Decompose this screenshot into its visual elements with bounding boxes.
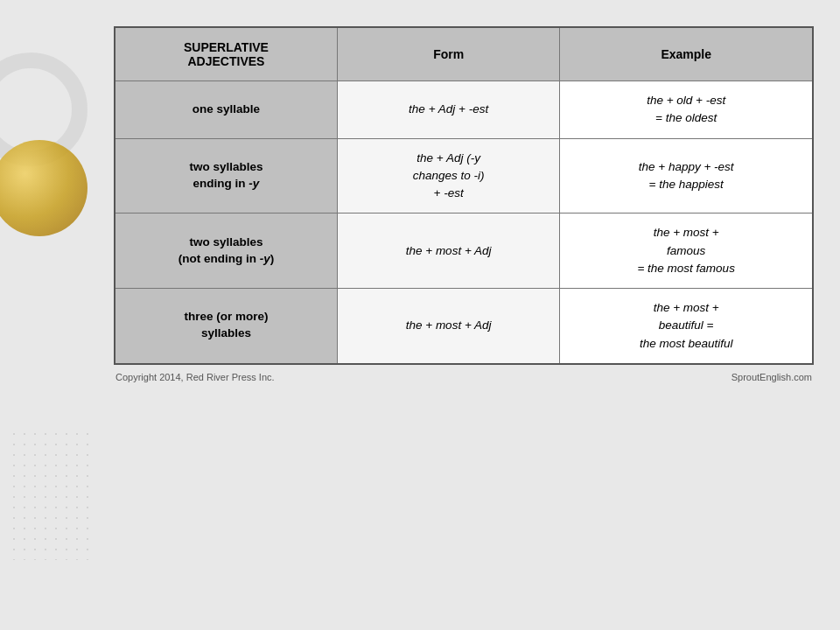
category-three-syllables: three (or more)syllables <box>115 289 337 364</box>
footer-website: SproutEnglish.com <box>732 372 812 382</box>
form-two-syllables-y: the + Adj (-ychanges to -i)+ -est <box>337 138 559 214</box>
grammar-table: SUPERLATIVEADJECTIVES Form Example one s… <box>114 26 814 365</box>
table-row: two syllablesending in -y the + Adj (-yc… <box>115 138 813 214</box>
form-three-syllables: the + most + Adj <box>337 289 559 364</box>
header-example: Example <box>560 27 813 81</box>
table-row: two syllables(not ending in -y) the + mo… <box>115 214 813 289</box>
example-two-syllables-y: the + happy + -est= the happiest <box>560 138 813 214</box>
footer-copyright: Copyright 2014, Red River Press Inc. <box>116 372 275 382</box>
form-two-syllables-noty: the + most + Adj <box>337 214 559 289</box>
table-row: three (or more)syllables the + most + Ad… <box>115 289 813 364</box>
category-two-syllables-y: two syllablesending in -y <box>115 138 337 214</box>
category-two-syllables-noty: two syllables(not ending in -y) <box>115 214 337 289</box>
example-two-syllables-noty: the + most +famous= the most famous <box>560 214 813 289</box>
header-superlative: SUPERLATIVEADJECTIVES <box>115 27 337 81</box>
decorative-circle-gold <box>0 140 88 236</box>
main-content: SUPERLATIVEADJECTIVES Form Example one s… <box>114 26 814 604</box>
header-form: Form <box>337 27 559 81</box>
table-row: one syllable the + Adj + -est the + old … <box>115 81 813 139</box>
example-three-syllables: the + most +beautiful =the most beautifu… <box>560 289 813 364</box>
form-one-syllable: the + Adj + -est <box>337 81 559 139</box>
table-header-row: SUPERLATIVEADJECTIVES Form Example <box>115 27 813 81</box>
decorative-dots <box>9 429 96 560</box>
example-one-syllable: the + old + -est= the oldest <box>560 81 813 139</box>
footer: Copyright 2014, Red River Press Inc. Spr… <box>114 365 814 382</box>
category-one-syllable: one syllable <box>115 81 337 139</box>
